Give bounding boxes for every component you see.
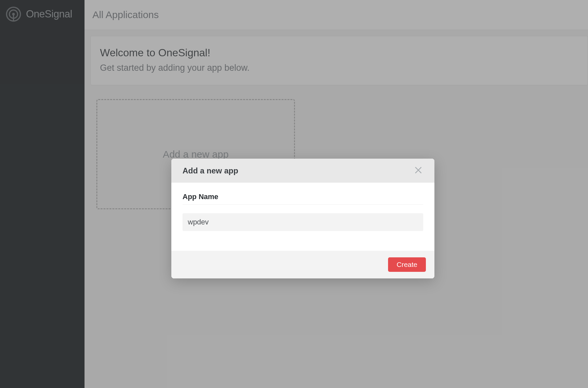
create-button[interactable]: Create: [388, 257, 426, 272]
add-app-modal: Add a new app App Name Create: [171, 159, 434, 278]
modal-body: App Name: [171, 183, 434, 251]
app-name-input[interactable]: [183, 213, 423, 231]
modal-header: Add a new app: [171, 159, 434, 183]
modal-title: Add a new app: [183, 166, 238, 175]
modal-footer: Create: [171, 251, 434, 278]
app-name-label: App Name: [183, 193, 423, 205]
close-button[interactable]: [413, 165, 423, 176]
close-icon: [415, 167, 422, 175]
modal-overlay[interactable]: Add a new app App Name Create: [0, 0, 588, 388]
